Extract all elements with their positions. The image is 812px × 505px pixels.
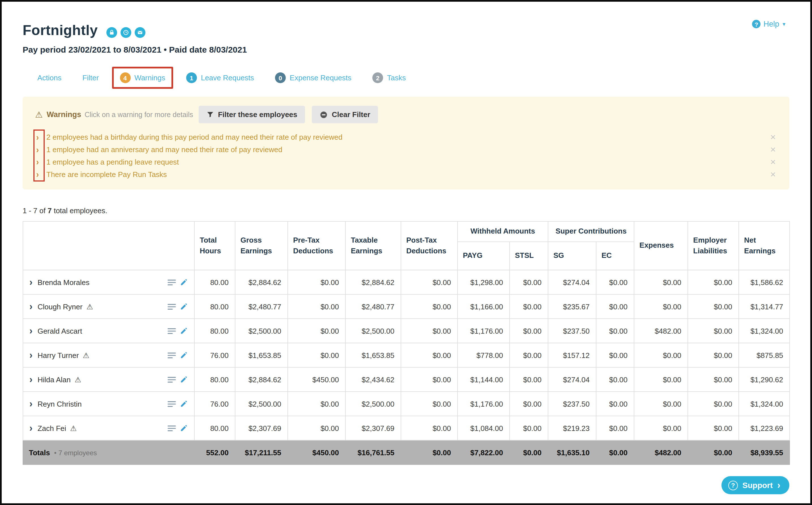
- value-cell: $0.00: [634, 294, 688, 319]
- column-header-expenses: Expenses: [634, 221, 688, 270]
- expand-row-icon[interactable]: ›: [29, 325, 32, 336]
- expand-row-icon[interactable]: ›: [29, 423, 32, 434]
- chevron-right-icon[interactable]: ›: [36, 132, 46, 142]
- dismiss-warning-icon[interactable]: ×: [770, 145, 777, 154]
- edit-icon[interactable]: [180, 327, 188, 335]
- pay-details-icon[interactable]: [167, 351, 176, 359]
- totals-value-cell: $7,822.00: [457, 440, 510, 465]
- value-cell: $0.00: [510, 392, 548, 416]
- warning-list-wrap: ›2 employees had a birthday during this …: [36, 131, 777, 180]
- expand-row-icon[interactable]: ›: [29, 277, 32, 288]
- edit-icon[interactable]: [180, 278, 188, 286]
- edit-icon[interactable]: [180, 303, 188, 311]
- chevron-right-icon[interactable]: ›: [36, 157, 46, 167]
- value-cell: $0.00: [288, 343, 346, 367]
- pay-details-icon[interactable]: [167, 376, 176, 383]
- warning-item[interactable]: ›2 employees had a birthday during this …: [36, 131, 777, 143]
- expand-row-icon[interactable]: ›: [29, 398, 32, 409]
- totals-value-cell: $482.00: [634, 440, 688, 465]
- chevron-right-icon[interactable]: ›: [36, 144, 46, 155]
- tab-actions[interactable]: Actions: [29, 68, 69, 88]
- value-cell: $2,480.77: [346, 294, 401, 319]
- lock-icon[interactable]: [106, 27, 117, 38]
- value-cell: $0.00: [401, 392, 457, 416]
- clock-icon[interactable]: [120, 27, 131, 38]
- tab-warnings[interactable]: 4Warnings: [112, 67, 173, 89]
- column-header-employer-liabilities: Employer Liabilities: [688, 221, 739, 270]
- value-cell: 80.00: [194, 416, 235, 440]
- warning-item[interactable]: ›1 employee has a pending leave request×: [36, 156, 777, 168]
- value-cell: $0.00: [596, 416, 634, 440]
- column-header-employee: [23, 221, 194, 270]
- expand-row-icon[interactable]: ›: [29, 349, 32, 361]
- tab-label: Warnings: [134, 73, 165, 82]
- value-cell: $0.00: [288, 319, 346, 343]
- dismiss-warning-icon[interactable]: ×: [770, 132, 777, 142]
- caret-down-icon: ▾: [783, 21, 785, 27]
- help-menu[interactable]: ? Help ▾: [752, 20, 785, 28]
- tab-filter[interactable]: Filter: [75, 68, 107, 88]
- edit-icon[interactable]: [180, 375, 188, 383]
- edit-icon[interactable]: [180, 351, 188, 359]
- employee-name: Hilda Alan: [38, 375, 71, 384]
- tab-tasks[interactable]: 2Tasks: [365, 67, 414, 89]
- chevron-right-icon[interactable]: ›: [36, 169, 46, 180]
- tab-label: Expense Requests: [290, 73, 352, 82]
- value-cell: 76.00: [194, 343, 235, 367]
- table-row: ›Reyn Christin76.00$2,500.00$0.00$2,500.…: [23, 392, 790, 416]
- value-cell: $2,307.69: [235, 416, 288, 440]
- value-cell: $778.00: [457, 343, 510, 367]
- filter-these-employees-button[interactable]: Filter these employees: [198, 106, 305, 123]
- expand-row-icon[interactable]: ›: [29, 301, 32, 312]
- pay-details-icon[interactable]: [167, 303, 176, 310]
- totals-value-cell: $0.00: [688, 440, 739, 465]
- pay-details-icon[interactable]: [167, 400, 176, 407]
- employee-name-cell: ›Hilda Alan⚠: [23, 367, 194, 392]
- warning-item[interactable]: ›There are incomplete Pay Run Tasks×: [36, 168, 777, 180]
- value-cell: $0.00: [288, 416, 346, 440]
- pay-details-icon[interactable]: [167, 279, 176, 286]
- envelope-icon[interactable]: [134, 27, 145, 38]
- employee-table-body: ›Brenda Morales80.00$2,884.62$0.00$2,884…: [23, 270, 790, 440]
- dismiss-warning-icon[interactable]: ×: [770, 157, 777, 167]
- dismiss-warning-icon[interactable]: ×: [770, 169, 777, 179]
- tab-expense-requests[interactable]: 0Expense Requests: [267, 67, 359, 89]
- tab-label: Leave Requests: [201, 73, 254, 82]
- value-cell: $2,480.77: [235, 294, 288, 319]
- tab-label: Filter: [82, 73, 99, 82]
- clear-filter-button[interactable]: Clear Filter: [312, 106, 378, 123]
- warning-text: 1 employee has a pending leave request: [46, 158, 179, 166]
- value-cell: $2,500.00: [235, 319, 288, 343]
- pay-details-icon[interactable]: [167, 327, 176, 335]
- edit-icon[interactable]: [180, 400, 188, 408]
- employee-table-header: Total Hours Gross Earnings Pre-Tax Deduc…: [23, 221, 790, 270]
- tab-badge-expense-requests: 0: [275, 72, 286, 83]
- group-header-withheld-amounts: Withheld Amounts: [457, 221, 548, 242]
- value-cell: $0.00: [596, 294, 634, 319]
- value-cell: $1,324.00: [739, 319, 790, 343]
- expand-row-icon[interactable]: ›: [29, 374, 32, 385]
- warning-item[interactable]: ›1 employee had an anniversary and may n…: [36, 143, 777, 156]
- value-cell: $0.00: [401, 319, 457, 343]
- totals-value-cell: $17,211.55: [235, 440, 288, 465]
- value-cell: $1,586.62: [739, 270, 790, 294]
- value-cell: $0.00: [401, 343, 457, 367]
- totals-label: Totals: [29, 448, 50, 457]
- value-cell: $0.00: [596, 343, 634, 367]
- value-cell: $0.00: [510, 343, 548, 367]
- employee-name-cell: ›Gerald Ascart: [23, 319, 194, 343]
- value-cell: $2,884.62: [235, 270, 288, 294]
- pay-details-icon[interactable]: [167, 425, 176, 432]
- support-button-wrap: ? Support ›: [23, 476, 789, 494]
- value-cell: $0.00: [688, 319, 739, 343]
- warning-icon: ⚠: [70, 424, 77, 432]
- value-cell: $274.04: [548, 270, 596, 294]
- row-action-icons: [167, 327, 188, 335]
- tab-leave-requests[interactable]: 1Leave Requests: [178, 67, 262, 89]
- filter-button-label: Filter these employees: [218, 110, 297, 119]
- edit-icon[interactable]: [180, 424, 188, 432]
- support-button[interactable]: ? Support ›: [721, 476, 789, 494]
- value-cell: $2,307.69: [346, 416, 401, 440]
- summary-count: 7: [47, 206, 51, 215]
- tab-label: Actions: [37, 73, 61, 82]
